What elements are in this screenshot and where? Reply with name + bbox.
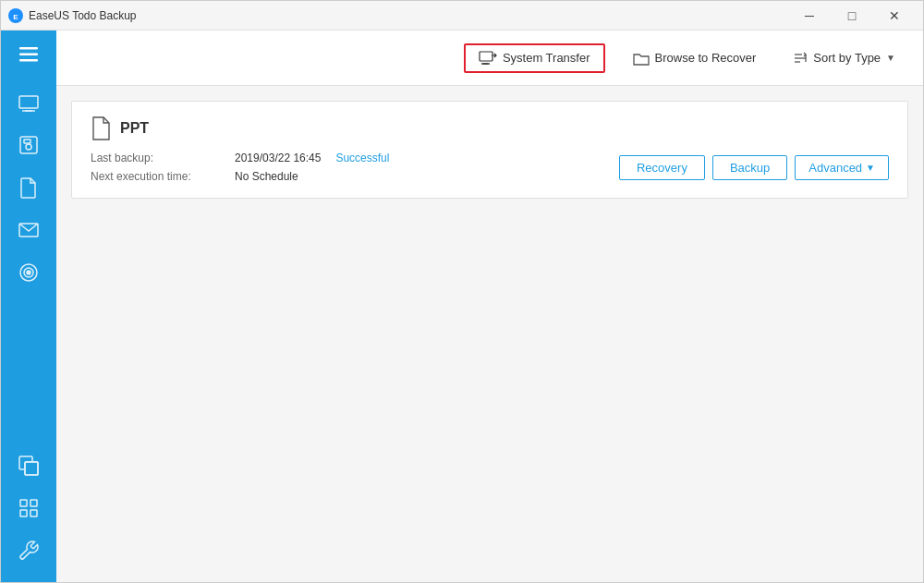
sidebar-item-files[interactable] bbox=[8, 167, 49, 208]
sidebar-item-settings[interactable] bbox=[8, 530, 49, 571]
svg-rect-16 bbox=[25, 462, 38, 475]
last-backup-row: Last backup: 2019/03/22 16:45 Successful bbox=[91, 152, 389, 164]
last-backup-label: Last backup: bbox=[91, 152, 220, 164]
sidebar-item-clone[interactable] bbox=[8, 445, 49, 486]
app-body: System Transfer Browse to Recover bbox=[1, 30, 923, 582]
minimize-button[interactable]: ─ bbox=[788, 1, 831, 30]
backup-button[interactable]: Backup bbox=[712, 155, 787, 180]
next-execution-value: No Schedule bbox=[235, 170, 298, 183]
next-execution-row: Next execution time: No Schedule bbox=[91, 170, 389, 183]
advanced-label: Advanced bbox=[808, 161, 862, 175]
sidebar-item-smart[interactable] bbox=[8, 252, 49, 293]
svg-point-9 bbox=[26, 144, 31, 150]
sidebar-menu-icon[interactable] bbox=[10, 38, 47, 71]
toolbar: System Transfer Browse to Recover bbox=[56, 30, 923, 86]
system-transfer-button[interactable]: System Transfer bbox=[464, 43, 605, 73]
system-transfer-label: System Transfer bbox=[503, 51, 590, 65]
svg-rect-10 bbox=[24, 140, 30, 143]
advanced-button[interactable]: Advanced ▼ bbox=[795, 155, 889, 180]
advanced-dropdown-arrow: ▼ bbox=[866, 163, 875, 173]
svg-rect-3 bbox=[19, 54, 38, 56]
sidebar-nav bbox=[1, 82, 56, 293]
svg-rect-19 bbox=[30, 500, 37, 506]
backup-info: Last backup: 2019/03/22 16:45 Successful… bbox=[91, 152, 389, 183]
app-window: E EaseUS Todo Backup ─ □ ✕ bbox=[0, 0, 924, 583]
backup-title: PPT bbox=[120, 120, 149, 137]
sort-by-type-button[interactable]: Sort by Type ▼ bbox=[784, 45, 905, 71]
browse-recover-button[interactable]: Browse to Recover bbox=[620, 45, 770, 71]
svg-rect-20 bbox=[20, 510, 27, 516]
sidebar-item-home[interactable] bbox=[8, 82, 49, 123]
next-execution-label: Next execution time: bbox=[91, 170, 220, 183]
browse-recover-label: Browse to Recover bbox=[655, 51, 757, 65]
svg-point-14 bbox=[27, 271, 30, 274]
maximize-button[interactable]: □ bbox=[831, 1, 873, 30]
window-controls: ─ □ ✕ bbox=[788, 1, 916, 30]
card-actions: Recovery Backup Advanced ▼ bbox=[619, 155, 889, 180]
content-area: PPT Last backup: 2019/03/22 16:45 Succes… bbox=[56, 86, 923, 582]
svg-rect-4 bbox=[19, 59, 38, 62]
last-backup-datetime: 2019/03/22 16:45 bbox=[235, 152, 321, 164]
last-backup-status: Successful bbox=[335, 152, 389, 164]
app-icon: E bbox=[8, 8, 23, 23]
backup-card-bottom: Last backup: 2019/03/22 16:45 Successful… bbox=[91, 152, 889, 183]
main-content: System Transfer Browse to Recover bbox=[56, 30, 923, 582]
title-bar: E EaseUS Todo Backup ─ □ ✕ bbox=[1, 1, 923, 30]
sort-by-type-label: Sort by Type bbox=[813, 51, 881, 65]
sidebar-bottom bbox=[8, 445, 49, 582]
svg-rect-22 bbox=[480, 52, 492, 61]
sidebar-item-mail[interactable] bbox=[8, 210, 49, 250]
svg-rect-2 bbox=[19, 47, 38, 50]
recovery-button[interactable]: Recovery bbox=[619, 155, 705, 180]
backup-card-header: PPT bbox=[91, 116, 889, 140]
svg-text:E: E bbox=[13, 13, 18, 21]
sort-dropdown-arrow: ▼ bbox=[886, 53, 895, 63]
sidebar-item-tools[interactable] bbox=[8, 488, 49, 528]
window-title: EaseUS Todo Backup bbox=[29, 9, 788, 22]
file-icon bbox=[91, 116, 111, 140]
close-button[interactable]: ✕ bbox=[873, 1, 916, 30]
sidebar-item-disk[interactable] bbox=[8, 125, 49, 165]
svg-rect-21 bbox=[30, 510, 37, 516]
svg-rect-18 bbox=[20, 500, 27, 506]
sidebar bbox=[1, 30, 56, 582]
svg-rect-5 bbox=[19, 96, 38, 108]
backup-card: PPT Last backup: 2019/03/22 16:45 Succes… bbox=[71, 101, 908, 199]
